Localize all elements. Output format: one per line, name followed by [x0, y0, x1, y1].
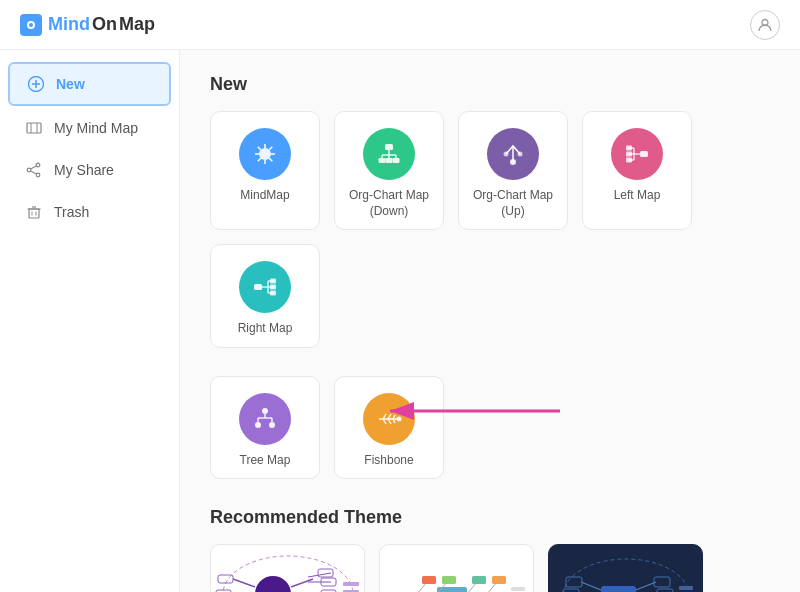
svg-point-11 [27, 168, 31, 172]
sidebar-item-new[interactable]: New [8, 62, 171, 106]
new-section: New [210, 74, 770, 479]
logo-icon [20, 14, 42, 36]
recommended-title: Recommended Theme [210, 507, 770, 528]
svg-rect-93 [343, 582, 359, 586]
svg-point-66 [397, 416, 402, 421]
svg-rect-47 [626, 152, 632, 157]
svg-rect-36 [393, 158, 400, 163]
sidebar-item-my-mind-map[interactable]: My Mind Map [8, 108, 171, 148]
svg-rect-57 [270, 291, 276, 296]
template-left-map[interactable]: Left Map [582, 111, 692, 230]
svg-point-63 [255, 422, 261, 428]
mindmap-icon [239, 128, 291, 180]
svg-point-37 [510, 159, 516, 165]
svg-rect-34 [379, 158, 386, 163]
sidebar-trash-label: Trash [54, 204, 89, 220]
right-map-icon [239, 261, 291, 313]
svg-line-83 [291, 579, 313, 587]
theme-card-1[interactable] [210, 544, 365, 592]
logo: MindOnMap [20, 14, 155, 36]
trash-icon [24, 202, 44, 222]
svg-line-119 [581, 582, 601, 590]
template-grid-row1: MindMap [210, 111, 770, 348]
svg-rect-40 [640, 151, 648, 157]
svg-rect-97 [437, 587, 467, 592]
sidebar-my-mind-map-label: My Mind Map [54, 120, 138, 136]
logo-text-mind: Mind [48, 14, 90, 35]
svg-line-86 [308, 573, 331, 577]
svg-rect-107 [442, 576, 456, 584]
template-grid-row2: Tree Map [210, 376, 770, 480]
theme-grid [210, 544, 770, 592]
svg-line-24 [258, 147, 261, 150]
svg-line-26 [258, 158, 261, 161]
template-grid-row2-wrapper: Tree Map [210, 376, 770, 480]
plus-icon [26, 74, 46, 94]
svg-rect-109 [492, 576, 506, 584]
app-header: MindOnMap [0, 0, 800, 50]
sidebar: New My Mind Map My Share Trash [0, 50, 180, 592]
svg-line-77 [233, 579, 255, 587]
svg-rect-122 [566, 577, 582, 587]
svg-rect-28 [385, 144, 393, 150]
svg-rect-49 [254, 284, 262, 290]
svg-line-12 [31, 166, 37, 169]
mindmap-label: MindMap [240, 188, 289, 204]
svg-rect-114 [511, 587, 525, 591]
logo-text-on: On [92, 14, 117, 35]
logo-text-map: Map [119, 14, 155, 35]
template-org-chart-up[interactable]: Org-Chart Map (Up) [458, 111, 568, 230]
svg-rect-106 [422, 576, 436, 584]
fishbone-icon [363, 393, 415, 445]
svg-point-10 [36, 173, 40, 177]
svg-point-39 [518, 152, 523, 157]
recommended-section: Recommended Theme [210, 507, 770, 592]
fishbone-label: Fishbone [364, 453, 413, 469]
template-tree-map[interactable]: Tree Map [210, 376, 320, 480]
sidebar-item-my-share[interactable]: My Share [8, 150, 171, 190]
theme-card-2[interactable] [379, 544, 534, 592]
user-avatar-icon[interactable] [750, 10, 780, 40]
svg-rect-14 [29, 209, 39, 218]
svg-rect-48 [626, 158, 632, 163]
sidebar-my-share-label: My Share [54, 162, 114, 178]
tree-map-icon [239, 393, 291, 445]
right-map-label: Right Map [238, 321, 293, 337]
svg-rect-55 [270, 279, 276, 284]
svg-point-1 [29, 23, 33, 27]
map-icon [24, 118, 44, 138]
svg-rect-56 [270, 285, 276, 290]
svg-point-64 [269, 422, 275, 428]
org-chart-down-label: Org-Chart Map (Down) [345, 188, 433, 219]
main-layout: New My Mind Map My Share Trash New [0, 50, 800, 592]
sidebar-item-trash[interactable]: Trash [8, 192, 171, 232]
left-map-icon [611, 128, 663, 180]
svg-line-25 [269, 147, 272, 150]
org-chart-down-icon [363, 128, 415, 180]
svg-point-58 [262, 408, 268, 414]
template-mindmap[interactable]: MindMap [210, 111, 320, 230]
content-area: New [180, 50, 800, 592]
org-chart-up-label: Org-Chart Map (Up) [469, 188, 557, 219]
new-section-title: New [210, 74, 770, 95]
svg-point-38 [504, 152, 509, 157]
left-map-label: Left Map [614, 188, 661, 204]
template-fishbone[interactable]: Fishbone [334, 376, 444, 480]
svg-line-27 [269, 158, 272, 161]
svg-point-9 [36, 163, 40, 167]
svg-line-125 [636, 582, 656, 590]
share-icon [24, 160, 44, 180]
svg-rect-118 [601, 586, 636, 592]
svg-rect-131 [679, 586, 693, 590]
svg-rect-6 [27, 123, 41, 133]
theme-card-3[interactable] [548, 544, 703, 592]
template-right-map[interactable]: Right Map [210, 244, 320, 348]
svg-rect-46 [626, 146, 632, 151]
svg-rect-128 [654, 577, 670, 587]
template-org-chart-down[interactable]: Org-Chart Map (Down) [334, 111, 444, 230]
svg-rect-35 [386, 158, 393, 163]
tree-map-label: Tree Map [240, 453, 291, 469]
svg-rect-108 [472, 576, 486, 584]
sidebar-new-label: New [56, 76, 85, 92]
svg-line-13 [31, 171, 37, 174]
